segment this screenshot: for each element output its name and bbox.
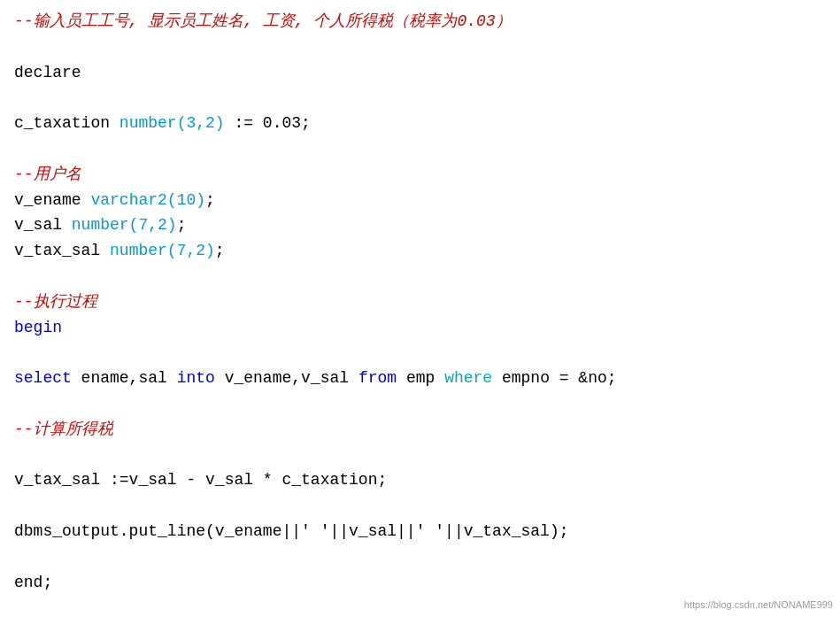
line-comment3: --执行过程 <box>14 289 826 315</box>
type-number2: number(7,2) <box>72 216 177 234</box>
line-declare: declare <box>14 60 826 86</box>
var-v-sal: v_sal <box>14 216 72 234</box>
watermark: https://blog.csdn.net/NONAME999 <box>684 599 833 610</box>
line-select: select ename,sal into v_ename,v_sal from… <box>14 366 826 391</box>
semi3: ; <box>215 242 225 259</box>
line-comment2: --用户名 <box>14 162 826 188</box>
line-vename-decl: v_ename varchar2(10); <box>14 188 826 213</box>
line-dbms: dbms_output.put_line(v_ename||' '||v_sal… <box>14 519 826 544</box>
line-blank4 <box>14 264 826 289</box>
semi2: ; <box>177 216 187 234</box>
line-blank9 <box>14 544 826 570</box>
sql-into-vars: v_ename,v_sal <box>215 369 358 387</box>
semi1: ; <box>205 191 215 209</box>
line-comment1: --输入员工工号, 显示员工姓名, 工资, 个人所得税（税率为0.03） <box>14 9 826 35</box>
line-blank7 <box>14 443 826 468</box>
sql-table: emp <box>397 369 444 387</box>
type-number3: number(7,2) <box>110 242 215 259</box>
var-v-ename: v_ename <box>14 191 90 209</box>
code-editor: --输入员工工号, 显示员工姓名, 工资, 个人所得税（税率为0.03） dec… <box>14 9 826 595</box>
assign-op1: := 0.03; <box>234 114 310 132</box>
sql-where: where <box>444 369 492 387</box>
type-varchar2: varchar2(10) <box>90 191 205 209</box>
sql-cols: ename,sal <box>72 369 177 387</box>
sql-into: into <box>177 369 215 387</box>
line-blank1 <box>14 35 826 60</box>
line-blank3 <box>14 136 826 162</box>
line-blank5 <box>14 340 826 366</box>
sql-from: from <box>358 369 397 387</box>
line-vtaxsal-decl: v_tax_sal number(7,2); <box>14 238 826 264</box>
line-end: end; <box>14 570 826 596</box>
var-c-taxation: c_taxation <box>14 114 119 132</box>
line-begin: begin <box>14 315 826 341</box>
line-blank6 <box>14 391 826 417</box>
line-vsal-decl: v_sal number(7,2); <box>14 212 826 238</box>
line-blank8 <box>14 493 826 519</box>
line-comment4: --计算所得税 <box>14 417 826 443</box>
var-v-tax-sal: v_tax_sal <box>14 242 110 259</box>
line-taxation-decl: c_taxation number(3,2) := 0.03; <box>14 111 826 136</box>
type-number1: number(3,2) <box>119 114 235 132</box>
sql-select: select <box>14 369 72 387</box>
end-keyword: end; <box>14 574 52 591</box>
line-blank2 <box>14 85 826 111</box>
sql-condition: empno = &no; <box>492 369 616 387</box>
declare-keyword: declare <box>14 64 81 81</box>
line-calc: v_tax_sal :=v_sal - v_sal * c_taxation; <box>14 467 826 493</box>
dbms-call: dbms_output.put_line(v_ename||' '||v_sal… <box>14 522 569 540</box>
calc-expr: v_tax_sal :=v_sal - v_sal * c_taxation; <box>14 471 387 489</box>
